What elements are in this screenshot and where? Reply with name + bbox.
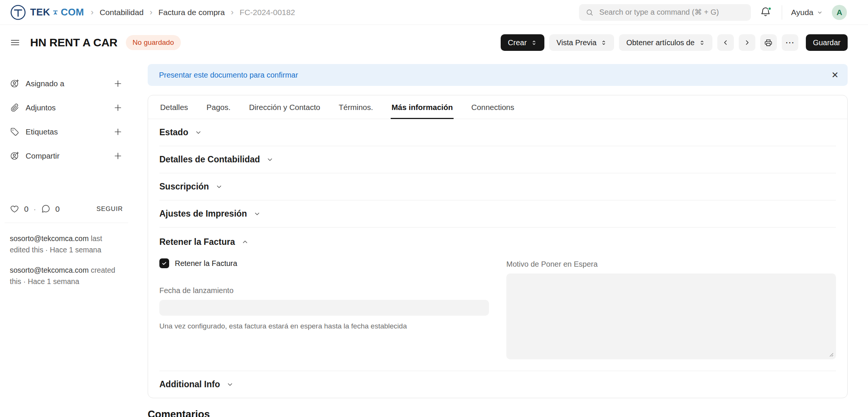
section-estado: Estado [159, 119, 836, 146]
activity-created: sosorto@tekcomca.com created this · Hace… [10, 264, 123, 287]
tag-icon [10, 127, 20, 137]
status-badge: No guardado [126, 35, 181, 50]
breadcrumb-contabilidad[interactable]: Contabilidad [99, 8, 144, 17]
activity-last-edited: sosorto@tekcomca.com last edited this · … [10, 233, 123, 255]
section-detalles-de-contabilidad: Detalles de Contabilidad [159, 146, 836, 173]
chevron-left-icon [722, 39, 729, 46]
help-dropdown[interactable]: Ayuda [791, 8, 823, 17]
section-title: Estado [159, 127, 188, 137]
section-retener-header[interactable]: Retener la Factura [159, 228, 836, 253]
get-items-button[interactable]: Obtener artículos de [619, 34, 712, 51]
top-navbar: TEK COM › Contabilidad › Factura de comp… [0, 0, 868, 25]
chevron-down-icon [254, 210, 261, 217]
banner-close-button[interactable]: ✕ [831, 71, 839, 79]
tab-direccion-y-contacto[interactable]: Dirección y Contacto [248, 95, 321, 119]
tab-connections[interactable]: Connections [471, 95, 515, 119]
release-date-input[interactable] [159, 300, 489, 316]
add-share-button[interactable] [113, 151, 123, 161]
section-impresion-header[interactable]: Ajustes de Impresión [159, 200, 836, 227]
hold-reason-textarea[interactable] [506, 273, 836, 359]
more-options-button[interactable]: ⋯ [782, 34, 798, 51]
page-body: Asignado a Adjuntos Etiqu [0, 60, 868, 417]
submit-document-link[interactable]: Presentar este documento para confirmar [159, 71, 298, 79]
plus-icon [113, 79, 123, 89]
breadcrumb-current-document[interactable]: FC-2024-00182 [240, 8, 295, 17]
hold-reason-label: Motivo de Poner en Espera [506, 260, 836, 269]
next-document-button[interactable] [739, 34, 755, 51]
app-logo[interactable]: TEK COM [10, 4, 84, 21]
share-user-icon [10, 151, 20, 161]
chevron-down-icon [226, 381, 234, 388]
submit-banner: Presentar este documento para confirmar … [148, 64, 848, 86]
section-additional-info-header[interactable]: Additional Info [159, 371, 836, 398]
activity-user-email: sosorto@tekcomca.com [10, 234, 89, 243]
section-suscripcion-header[interactable]: Suscripción [159, 173, 836, 200]
navbar-divider [782, 5, 782, 20]
section-title: Ajustes de Impresión [159, 209, 247, 219]
add-attachment-button[interactable] [113, 103, 123, 113]
hold-invoice-checkbox[interactable] [159, 258, 169, 268]
tab-pagos[interactable]: Pagos. [206, 95, 231, 119]
release-date-label: Fecha de lanzamiento [159, 286, 489, 295]
save-button[interactable]: Guardar [806, 34, 848, 51]
search-input[interactable] [599, 8, 744, 17]
selector-chevrons-icon [601, 40, 607, 46]
sidebar-item-label: Asignado a [26, 79, 64, 88]
section-contabilidad-header[interactable]: Detalles de Contabilidad [159, 146, 836, 173]
selector-chevrons-icon [531, 40, 537, 46]
follow-button[interactable]: SEGUIR [96, 205, 123, 213]
comment-bubble-icon [41, 204, 50, 214]
sidebar-item-label: Adjuntos [26, 103, 56, 112]
preview-button[interactable]: Vista Previa [549, 34, 614, 51]
logo-text-tek: TEK [30, 6, 50, 18]
tab-mas-informacion[interactable]: Más información [391, 95, 454, 119]
assign-user-icon [10, 79, 20, 89]
resize-handle[interactable] [828, 352, 834, 357]
plus-icon [113, 127, 123, 137]
likes-count[interactable]: 0 [24, 205, 29, 214]
titlebar-actions: Crear Vista Previa Obtener artículos de [501, 34, 848, 51]
breadcrumb-separator: › [231, 8, 234, 17]
hold-invoice-checkbox-label: Retener la Factura [175, 259, 237, 268]
prev-document-button[interactable] [717, 34, 734, 51]
tab-detalles[interactable]: Detalles [159, 95, 189, 119]
help-label: Ayuda [791, 8, 813, 17]
plus-icon [113, 151, 123, 161]
print-button[interactable] [760, 34, 777, 51]
hold-invoice-field: Retener la Factura [159, 258, 489, 268]
retener-right-column: Motivo de Poner en Espera [506, 257, 836, 359]
activity-user-email: sosorto@tekcomca.com [10, 266, 89, 274]
retener-left-column: Retener la Factura Fecha de lanzamiento … [159, 257, 489, 359]
selector-chevrons-icon [699, 40, 705, 46]
section-estado-header[interactable]: Estado [159, 119, 836, 146]
sidebar-toggle-button[interactable] [10, 37, 20, 48]
section-title: Additional Info [159, 379, 220, 390]
comments-button[interactable] [41, 204, 50, 214]
user-avatar[interactable]: A [832, 5, 847, 20]
add-tag-button[interactable] [113, 127, 123, 137]
sidebar-item-label: Etiquetas [26, 127, 58, 136]
search-icon [585, 8, 594, 17]
section-title: Detalles de Contabilidad [159, 154, 260, 165]
document-titlebar: HN RENT A CAR No guardado Crear Vista Pr… [0, 25, 868, 60]
section-title: Suscripción [159, 182, 209, 192]
create-button-label: Crear [508, 38, 527, 47]
notifications-button[interactable] [760, 6, 773, 19]
breadcrumb-factura-de-compra[interactable]: Factura de compra [158, 8, 225, 17]
create-button[interactable]: Crear [501, 34, 544, 51]
add-assignment-button[interactable] [113, 79, 123, 89]
navbar-right: Ayuda A [579, 4, 847, 21]
plus-icon [113, 103, 123, 113]
section-suscripcion: Suscripción [159, 173, 836, 200]
comments-count[interactable]: 0 [55, 205, 60, 214]
breadcrumb-separator: › [150, 8, 152, 17]
more-options-icon: ⋯ [785, 38, 795, 47]
global-search[interactable] [579, 4, 751, 21]
hamburger-icon [10, 37, 20, 48]
like-button[interactable] [10, 204, 19, 214]
section-retener-la-factura: Retener la Factura Retener la Factura [159, 228, 836, 371]
dot-separator: · [34, 205, 36, 214]
preview-button-label: Vista Previa [556, 38, 596, 47]
logo-text-com: COM [61, 6, 84, 18]
tab-terminos[interactable]: Términos. [338, 95, 374, 119]
